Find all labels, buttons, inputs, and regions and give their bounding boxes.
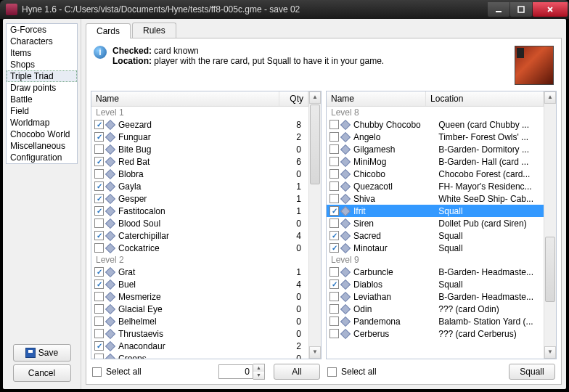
list-row[interactable]: Bite Bug0 [91, 143, 308, 155]
row-checkbox[interactable] [94, 219, 104, 228]
col-name[interactable]: Name [91, 91, 279, 106]
list-row[interactable]: SirenDollet Pub (card Siren) [327, 217, 544, 229]
qty-spinner[interactable]: ▲▼ [218, 364, 265, 380]
row-checkbox[interactable] [329, 132, 339, 142]
list-row[interactable]: Anacondaur2 [91, 340, 308, 352]
list-row[interactable]: Geezard8 [91, 118, 308, 131]
scroll-down-icon[interactable]: ▼ [309, 346, 321, 359]
row-checkbox[interactable] [329, 329, 339, 338]
sidebar-item-shops[interactable]: Shops [7, 59, 77, 70]
list-row[interactable]: Belhelmel0 [91, 315, 308, 327]
row-checkbox[interactable] [94, 354, 104, 359]
scroll-up-icon[interactable]: ▲ [309, 91, 321, 104]
spin-down-icon[interactable]: ▼ [253, 372, 264, 379]
row-checkbox[interactable] [329, 157, 339, 166]
tab-cards[interactable]: Cards [86, 23, 131, 38]
scroll-thumb[interactable] [545, 237, 555, 302]
list-row[interactable]: CarbuncleB-Garden- Headmaste... [327, 266, 544, 278]
row-checkbox[interactable] [94, 181, 104, 191]
sidebar-item-worldmap[interactable]: Worldmap [7, 117, 77, 128]
row-checkbox[interactable] [94, 157, 104, 166]
row-checkbox[interactable] [329, 317, 339, 326]
list-row[interactable]: SacredSquall [327, 229, 544, 242]
row-checkbox[interactable] [94, 329, 104, 338]
list-row[interactable]: Fastitocalon1 [91, 205, 308, 217]
save-button[interactable]: Save [13, 344, 71, 362]
spin-up-icon[interactable]: ▲ [253, 364, 264, 372]
select-all-checkbox[interactable] [92, 367, 102, 377]
row-checkbox[interactable] [329, 304, 339, 314]
list-row[interactable]: Blood Soul0 [91, 217, 308, 229]
scroll-down-icon[interactable]: ▼ [544, 346, 556, 359]
sidebar-list[interactable]: G-ForcesCharactersItemsShopsTriple Triad… [6, 23, 78, 164]
row-checkbox[interactable] [329, 181, 339, 191]
left-scrollbar[interactable]: ▲ ▼ [308, 91, 321, 359]
close-button[interactable] [533, 2, 568, 17]
row-checkbox[interactable] [94, 194, 104, 203]
row-checkbox[interactable] [94, 144, 104, 154]
qty-input[interactable] [218, 364, 253, 379]
list-row[interactable]: PandemonaBalamb- Station Yard (... [327, 315, 544, 327]
row-checkbox[interactable] [329, 279, 339, 289]
col-location[interactable]: Location [426, 91, 544, 106]
cancel-button[interactable]: Cancel [13, 364, 71, 382]
all-button[interactable]: All [274, 364, 320, 380]
titlebar[interactable]: Hyne 1.6 - C:/Users/vista/Documents/Hyne… [0, 0, 569, 19]
list-row[interactable]: Cerberus??? (card Cerberus) [327, 327, 544, 340]
sidebar-item-battle[interactable]: Battle [7, 94, 77, 105]
row-checkbox[interactable] [94, 243, 104, 253]
sidebar-item-triple-triad[interactable]: Triple Triad [7, 70, 77, 82]
sidebar-item-chocobo-world[interactable]: Chocobo World [7, 128, 77, 140]
list-row[interactable]: LeviathanB-Garden- Headmaste... [327, 290, 544, 303]
list-row[interactable]: IfritSquall [327, 205, 544, 217]
list-row[interactable]: Cockatrice0 [91, 242, 308, 254]
list-row[interactable]: Chubby ChocoboQueen (card Chubby ... [327, 118, 544, 131]
list-row[interactable]: Buel4 [91, 278, 308, 290]
squall-button[interactable]: Squall [509, 364, 555, 380]
list-row[interactable]: DiablosSquall [327, 278, 544, 290]
row-checkbox[interactable] [94, 206, 104, 216]
sidebar-item-miscellaneous[interactable]: Miscellaneous [7, 140, 77, 152]
right-scrollbar[interactable]: ▲ ▼ [544, 91, 556, 359]
row-checkbox[interactable] [94, 267, 104, 277]
row-checkbox[interactable] [94, 292, 104, 301]
row-checkbox[interactable] [94, 317, 104, 326]
list-row[interactable]: Glacial Eye0 [91, 303, 308, 315]
maximize-button[interactable] [510, 2, 532, 17]
row-checkbox[interactable] [329, 243, 339, 253]
row-checkbox[interactable] [329, 120, 339, 129]
row-checkbox[interactable] [94, 279, 104, 289]
row-checkbox[interactable] [329, 219, 339, 228]
tab-rules[interactable]: Rules [132, 23, 176, 38]
list-row[interactable]: Blobra0 [91, 168, 308, 180]
sidebar-item-configuration[interactable]: Configuration [7, 152, 77, 163]
row-checkbox[interactable] [94, 120, 104, 129]
row-checkbox[interactable] [329, 206, 339, 216]
list-row[interactable]: Creeps0 [91, 352, 308, 359]
list-row[interactable]: Mesmerize0 [91, 290, 308, 303]
sidebar-item-draw-points[interactable]: Draw points [7, 82, 77, 94]
list-row[interactable]: GilgameshB-Garden- Dormitory ... [327, 143, 544, 155]
select-all-checkbox[interactable] [327, 367, 337, 377]
row-checkbox[interactable] [329, 169, 339, 179]
sidebar-item-field[interactable]: Field [7, 105, 77, 117]
row-checkbox[interactable] [94, 304, 104, 314]
list-row[interactable]: Funguar2 [91, 131, 308, 143]
list-row[interactable]: Gayla1 [91, 180, 308, 192]
row-checkbox[interactable] [94, 169, 104, 179]
row-checkbox[interactable] [329, 231, 339, 240]
list-row[interactable]: ShivaWhite SeeD Ship- Cab... [327, 192, 544, 205]
sidebar-item-g-forces[interactable]: G-Forces [7, 24, 77, 36]
list-row[interactable]: ChicoboChocobo Forest (card... [327, 168, 544, 180]
list-row[interactable]: MiniMogB-Garden- Hall (card ... [327, 155, 544, 168]
list-row[interactable]: Gesper1 [91, 192, 308, 205]
list-row[interactable]: Odin??? (card Odin) [327, 303, 544, 315]
row-checkbox[interactable] [94, 231, 104, 240]
row-checkbox[interactable] [329, 194, 339, 203]
row-checkbox[interactable] [329, 292, 339, 301]
right-list[interactable]: Name Location Level 8Chubby ChocoboQueen… [326, 91, 557, 359]
sidebar-item-items[interactable]: Items [7, 47, 77, 59]
list-row[interactable]: QuezacotlFH- Mayor's Residenc... [327, 180, 544, 192]
list-row[interactable]: Grat1 [91, 266, 308, 278]
minimize-button[interactable] [488, 2, 509, 17]
